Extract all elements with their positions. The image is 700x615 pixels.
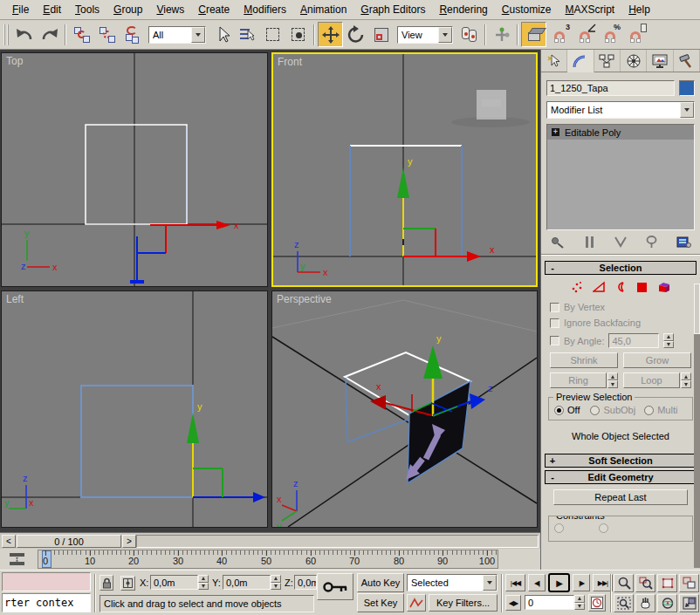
select-and-link-button[interactable] — [69, 22, 94, 47]
tab-utilities[interactable] — [674, 50, 700, 72]
y-spinner[interactable] — [271, 575, 281, 590]
tab-display[interactable] — [647, 50, 673, 72]
ignore-backfacing-checkbox[interactable] — [550, 318, 559, 328]
reference-coordinate-dropdown[interactable]: View — [397, 26, 453, 44]
absolute-mode-toggle[interactable] — [120, 576, 135, 591]
viewport-perspective-label[interactable]: Perspective — [277, 293, 332, 305]
go-to-start-button[interactable]: |◀◀ — [505, 574, 525, 591]
y-coordinate-field[interactable]: 0,0m — [223, 575, 271, 590]
key-filters-button[interactable]: Key Filters... — [429, 594, 498, 612]
viewport-perspective-canvas[interactable]: y x z z x y — [272, 291, 537, 527]
menu-maxscript[interactable]: MAXScript — [559, 1, 622, 18]
rollout-selection-header[interactable]: - Selection — [545, 261, 697, 275]
snaps-toggle-button[interactable] — [521, 22, 546, 47]
by-vertex-checkbox[interactable] — [550, 303, 559, 312]
viewport-top[interactable]: Top x — [1, 52, 268, 287]
menu-graph-editors[interactable]: Graph Editors — [353, 1, 432, 18]
selection-lock-toggle[interactable] — [100, 575, 113, 591]
border-mode-button[interactable] — [615, 281, 627, 293]
modifier-list-arrow[interactable] — [680, 102, 694, 118]
track-bar-ruler[interactable]: 0 10 20 30 40 50 60 70 80 90 100 — [38, 550, 498, 569]
redo-button[interactable] — [37, 22, 62, 47]
maxscript-macro-recorder[interactable] — [2, 572, 91, 591]
expand-icon[interactable]: + — [552, 128, 559, 136]
menu-rendering[interactable]: Rendering — [432, 1, 494, 18]
constraint-radio-2[interactable] — [599, 523, 608, 533]
move-gizmo-top[interactable]: x — [130, 220, 239, 282]
x-coordinate-field[interactable]: 0,0m — [150, 575, 198, 590]
modifier-list-dropdown[interactable]: Modifier List — [546, 101, 695, 119]
tab-hierarchy[interactable] — [594, 50, 621, 72]
key-scope-dropdown[interactable]: Selected — [407, 574, 498, 591]
key-mode-toggle-button[interactable]: ◀▶ — [505, 595, 521, 611]
select-and-manipulate-button[interactable] — [489, 22, 514, 47]
zoom-button[interactable] — [614, 574, 634, 592]
arc-rotate-button[interactable] — [657, 594, 677, 612]
current-frame-field[interactable]: 0 — [525, 595, 574, 610]
move-gizmo-left[interactable]: y — [187, 401, 265, 502]
zoom-extents-all-button[interactable] — [679, 574, 699, 592]
next-frame-arrow[interactable]: > — [122, 535, 136, 548]
set-key-button[interactable]: Set Key — [357, 593, 404, 612]
ring-button[interactable]: Ring — [550, 372, 607, 388]
angle-snap-button[interactable] — [572, 22, 597, 47]
frame-spinner[interactable] — [574, 595, 585, 610]
viewport-top-label[interactable]: Top — [6, 55, 23, 67]
constraint-radio-1[interactable] — [554, 523, 564, 533]
unlink-selection-button[interactable] — [94, 22, 120, 47]
pin-stack-icon[interactable] — [550, 236, 565, 249]
zoom-all-button[interactable] — [635, 574, 655, 592]
menu-edit[interactable]: Edit — [36, 1, 68, 18]
polygon-mode-button[interactable] — [636, 282, 648, 293]
command-panel-scrollbar[interactable] — [694, 284, 700, 568]
key-scope-arrow[interactable] — [483, 575, 497, 591]
select-and-move-button[interactable] — [318, 22, 343, 47]
menu-animation[interactable]: Animation — [293, 1, 353, 18]
element-mode-button[interactable] — [657, 281, 671, 293]
by-angle-field[interactable]: 45,0 — [608, 333, 659, 348]
zoom-region-button[interactable] — [614, 594, 634, 612]
rectangular-selection-region-button[interactable] — [260, 22, 285, 47]
tab-motion[interactable] — [621, 50, 647, 72]
spinner-snap-button[interactable] — [622, 22, 648, 47]
menu-file[interactable]: File — [5, 1, 36, 18]
ring-spinner[interactable] — [607, 372, 618, 388]
select-object-button[interactable] — [209, 22, 235, 47]
vertex-mode-button[interactable] — [571, 281, 583, 293]
zoom-extents-button[interactable] — [657, 574, 677, 592]
viewport-left[interactable]: Left y z — [1, 290, 268, 528]
viewport-left-label[interactable]: Left — [6, 293, 24, 305]
by-angle-checkbox[interactable] — [550, 336, 559, 345]
menu-tools[interactable]: Tools — [68, 1, 106, 18]
select-and-scale-button[interactable] — [368, 22, 394, 47]
default-in-out-tangents-button[interactable] — [407, 594, 426, 612]
selection-filter-dropdown[interactable]: All — [148, 26, 206, 44]
undo-button[interactable] — [11, 22, 37, 47]
toolbar-grip[interactable] — [3, 24, 9, 45]
menu-create[interactable]: Create — [191, 1, 237, 18]
bind-to-space-warp-button[interactable] — [120, 22, 145, 47]
menu-modifiers[interactable]: Modifiers — [237, 1, 293, 18]
play-animation-button[interactable]: ▶ — [548, 573, 570, 592]
rollout-soft-selection-header[interactable]: + Soft Selection — [545, 454, 697, 468]
selection-filter-arrow[interactable] — [191, 27, 205, 43]
stack-item-editable-poly[interactable]: + Editable Poly — [547, 125, 694, 140]
preview-multi-radio[interactable] — [644, 406, 654, 415]
grow-button[interactable]: Grow — [623, 352, 691, 368]
edge-mode-button[interactable] — [593, 281, 606, 293]
show-end-result-icon[interactable] — [584, 236, 594, 249]
scrollbar-thumb[interactable] — [694, 284, 700, 334]
select-and-rotate-button[interactable] — [343, 22, 368, 47]
object-name-field[interactable]: 1_1250_Tapa — [546, 80, 675, 96]
configure-modifier-sets-icon[interactable] — [676, 236, 691, 249]
set-key-mode-button[interactable] — [317, 573, 353, 600]
move-gizmo-front[interactable]: y x — [397, 156, 495, 262]
percent-snap-button[interactable]: % — [597, 22, 622, 47]
viewport-left-canvas[interactable]: y z y x — [2, 291, 268, 528]
maxscript-mini-listener[interactable]: rter contex — [2, 593, 91, 612]
use-pivot-point-center-button[interactable] — [456, 22, 482, 47]
rollout-edit-geometry-header[interactable]: - Edit Geometry — [545, 470, 697, 484]
viewport-front-label[interactable]: Front — [278, 56, 302, 68]
menu-views[interactable]: Views — [149, 1, 191, 18]
time-slider-track[interactable] — [136, 535, 539, 548]
